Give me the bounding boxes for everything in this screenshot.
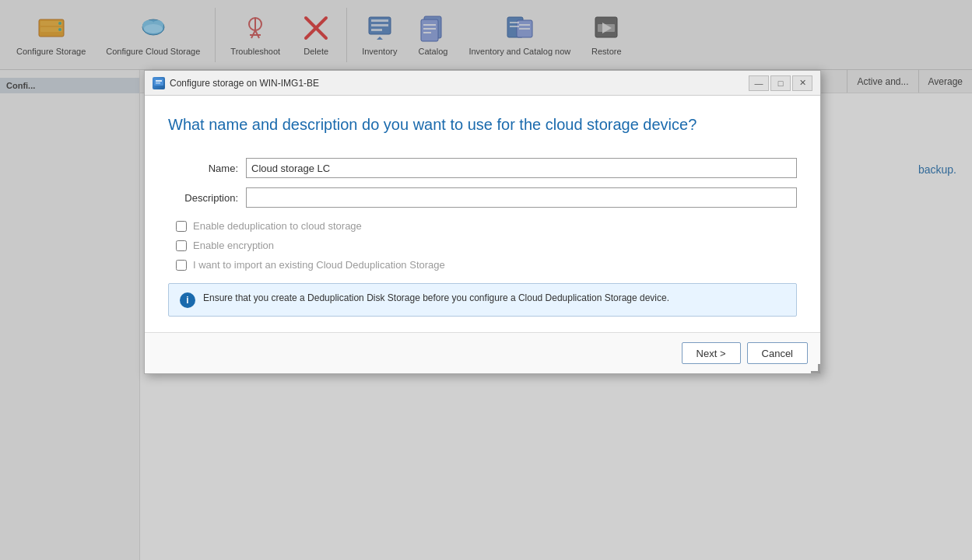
description-label: Description: bbox=[168, 192, 246, 204]
checkboxes-section: Enable deduplication to cloud storage En… bbox=[168, 220, 797, 271]
cancel-button[interactable]: Cancel bbox=[747, 342, 808, 364]
next-button[interactable]: Next > bbox=[682, 342, 741, 364]
info-icon: i bbox=[180, 292, 195, 308]
name-label: Name: bbox=[168, 163, 246, 174]
dialog-title-area: Configure storage on WIN-IMG1-BE bbox=[153, 77, 319, 89]
svg-rect-37 bbox=[156, 82, 160, 84]
info-message-box: i Ensure that you create a Deduplication… bbox=[168, 283, 797, 317]
name-input[interactable] bbox=[246, 158, 797, 178]
dialog-titlebar: Configure storage on WIN-IMG1-BE — □ ✕ bbox=[145, 71, 820, 96]
encrypt-checkbox-row: Enable encryption bbox=[176, 240, 797, 251]
dialog-maximize-button[interactable]: □ bbox=[770, 75, 791, 91]
dialog-controls: — □ ✕ bbox=[749, 75, 812, 91]
dialog-heading: What name and description do you want to… bbox=[168, 114, 797, 135]
description-input[interactable] bbox=[246, 187, 797, 208]
svg-rect-35 bbox=[154, 79, 163, 86]
import-checkbox[interactable] bbox=[176, 260, 187, 271]
info-message-text: Ensure that you create a Deduplication D… bbox=[203, 292, 669, 305]
configure-storage-dialog: Configure storage on WIN-IMG1-BE — □ ✕ W… bbox=[144, 70, 821, 374]
resize-handle[interactable] bbox=[811, 364, 820, 373]
dialog-title-text: Configure storage on WIN-IMG1-BE bbox=[170, 78, 319, 89]
import-label[interactable]: I want to import an existing Cloud Dedup… bbox=[193, 259, 445, 271]
dialog-minimize-button[interactable]: — bbox=[749, 75, 769, 91]
dedup-checkbox-row: Enable deduplication to cloud storage bbox=[176, 220, 797, 232]
encrypt-label[interactable]: Enable encryption bbox=[193, 240, 274, 251]
dialog-close-button[interactable]: ✕ bbox=[792, 75, 812, 91]
dialog-footer: Next > Cancel bbox=[145, 332, 820, 373]
dialog-body: What name and description do you want to… bbox=[145, 96, 820, 332]
description-field-row: Description: bbox=[168, 187, 797, 208]
dedup-label[interactable]: Enable deduplication to cloud storage bbox=[193, 220, 362, 232]
import-checkbox-row: I want to import an existing Cloud Dedup… bbox=[176, 259, 797, 271]
svg-rect-36 bbox=[156, 80, 162, 82]
name-field-row: Name: bbox=[168, 158, 797, 178]
encrypt-checkbox[interactable] bbox=[176, 240, 187, 251]
dedup-checkbox[interactable] bbox=[176, 221, 187, 232]
dialog-title-icon bbox=[153, 77, 165, 89]
